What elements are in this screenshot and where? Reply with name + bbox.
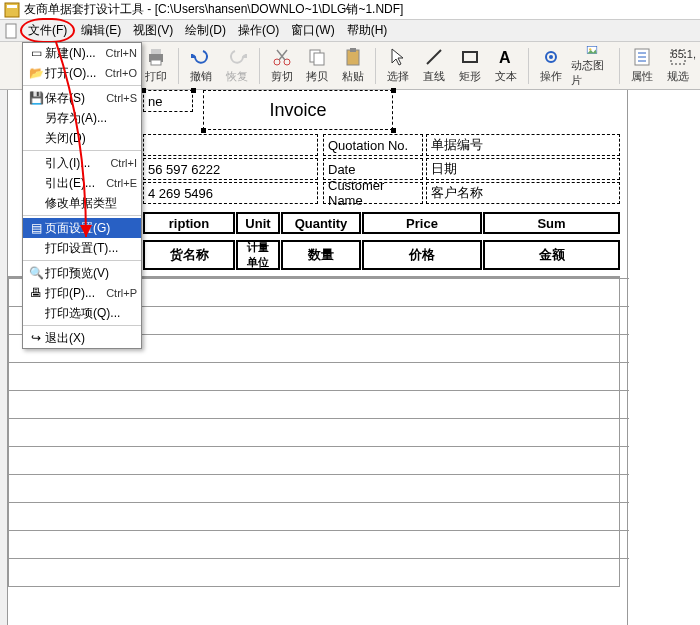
menu-item-label: 关闭(D) (45, 130, 137, 147)
table-row[interactable] (9, 418, 629, 446)
menu-item-shortcut: Ctrl+S (106, 92, 137, 104)
table-row[interactable] (9, 362, 629, 390)
action-button[interactable]: 操作 (535, 44, 567, 88)
cursor-icon (388, 47, 408, 67)
menu-item[interactable]: 修改单据类型 (23, 193, 141, 213)
scissors-icon (272, 47, 292, 67)
menu-item-label: 打印预览(V) (45, 265, 137, 282)
new-icon: ▭ (27, 46, 45, 60)
customer-zh[interactable]: 客户名称 (426, 182, 620, 204)
menu-item-label: 退出(X) (45, 330, 137, 347)
coord-status: 65.1, (672, 48, 696, 60)
menu-help[interactable]: 帮助(H) (341, 20, 394, 41)
menu-item[interactable]: ▭新建(N)...Ctrl+N (23, 43, 141, 63)
company-name-field[interactable]: ne (143, 90, 193, 112)
menu-item-label: 页面设置(G) (45, 220, 137, 237)
cut-button[interactable]: 剪切 (266, 44, 298, 88)
menu-item[interactable]: 打印选项(Q)... (23, 303, 141, 323)
divider (528, 48, 529, 84)
dynimg-button[interactable]: 动态图片 (571, 44, 614, 88)
table-row[interactable] (9, 502, 629, 530)
svg-rect-11 (350, 48, 356, 52)
table-row[interactable] (9, 390, 629, 418)
quotation-no-zh[interactable]: 单据编号 (426, 134, 620, 156)
col-qty-en[interactable]: Quantity (281, 212, 361, 234)
svg-rect-4 (151, 49, 161, 54)
menu-item-label: 引入(I)... (45, 155, 110, 172)
col-unit-en[interactable]: Unit (236, 212, 280, 234)
phone2-field[interactable]: 4 269 5496 (143, 182, 318, 204)
menu-edit[interactable]: 编辑(E) (75, 20, 127, 41)
open-icon: 📂 (27, 66, 45, 80)
menu-item[interactable]: 🔍打印预览(V) (23, 263, 141, 283)
print-button[interactable]: 打印 (140, 44, 172, 88)
menu-draw[interactable]: 绘制(D) (179, 20, 232, 41)
save-icon: 💾 (27, 91, 45, 105)
menu-action[interactable]: 操作(O) (232, 20, 285, 41)
gear-icon (541, 47, 561, 67)
menu-item[interactable]: 🖶打印(P)...Ctrl+P (23, 283, 141, 303)
menu-item[interactable]: 💾保存(S)Ctrl+S (23, 88, 141, 108)
menu-item-label: 新建(N)... (45, 45, 106, 62)
date-zh[interactable]: 日期 (426, 158, 620, 180)
table-row[interactable] (9, 474, 629, 502)
menu-item[interactable]: 引出(E)...Ctrl+E (23, 173, 141, 193)
menu-view[interactable]: 视图(V) (127, 20, 179, 41)
menu-item-shortcut: Ctrl+I (110, 157, 137, 169)
menu-item[interactable]: 打印设置(T)... (23, 238, 141, 258)
rect-button[interactable]: 矩形 (454, 44, 486, 88)
col-sum-zh[interactable]: 金额 (483, 240, 620, 270)
quotation-no-label[interactable]: Quotation No. (323, 134, 423, 156)
menu-bar[interactable]: 文件(F) 编辑(E) 视图(V) 绘制(D) 操作(O) 窗口(W) 帮助(H… (0, 20, 700, 42)
menu-window[interactable]: 窗口(W) (285, 20, 340, 41)
menu-item[interactable]: 关闭(D) (23, 128, 141, 148)
menu-file[interactable]: 文件(F) (20, 18, 75, 43)
menu-item[interactable]: 引入(I)...Ctrl+I (23, 153, 141, 173)
customer-label[interactable]: Customer Name (323, 182, 423, 204)
image-icon (582, 44, 602, 56)
table-row[interactable] (9, 446, 629, 474)
undo-button[interactable]: 撤销 (185, 44, 217, 88)
menu-item-shortcut: Ctrl+P (106, 287, 137, 299)
preview-icon: 🔍 (27, 266, 45, 280)
phone1-field[interactable]: 56 597 6222 (143, 158, 318, 180)
select-button[interactable]: 选择 (382, 44, 414, 88)
svg-rect-10 (347, 50, 359, 65)
svg-rect-5 (151, 60, 161, 65)
print-icon: 🖶 (27, 286, 45, 300)
menu-item[interactable]: ▤页面设置(G) (23, 218, 141, 238)
line-button[interactable]: 直线 (418, 44, 450, 88)
doc-icon (4, 23, 20, 39)
svg-point-18 (589, 48, 591, 50)
blank-field[interactable] (143, 134, 318, 156)
copy-icon (307, 47, 327, 67)
menu-item-shortcut: Ctrl+N (106, 47, 137, 59)
col-qty-zh[interactable]: 数量 (281, 240, 361, 270)
col-desc-zh[interactable]: 货名称 (143, 240, 235, 270)
menu-item-label: 打印选项(Q)... (45, 305, 137, 322)
undo-icon (191, 47, 211, 67)
col-desc-en[interactable]: ription (143, 212, 235, 234)
menu-item-label: 打开(O)... (45, 65, 105, 82)
invoice-title[interactable]: Invoice (203, 90, 393, 130)
col-unit-zh[interactable]: 计量单位 (236, 240, 280, 270)
menu-item[interactable]: 另存为(A)... (23, 108, 141, 128)
menu-item[interactable]: ↪退出(X) (23, 328, 141, 348)
col-sum-en[interactable]: Sum (483, 212, 620, 234)
rect-icon (460, 47, 480, 67)
table-row[interactable] (9, 558, 629, 586)
col-price-zh[interactable]: 价格 (362, 240, 482, 270)
menu-item[interactable]: 📂打开(O)...Ctrl+O (23, 63, 141, 83)
date-label[interactable]: Date (323, 158, 423, 180)
copy-button[interactable]: 拷贝 (301, 44, 333, 88)
paste-button[interactable]: 粘贴 (337, 44, 369, 88)
paste-icon (343, 47, 363, 67)
title-bar: 友商单据套打设计工具 - [C:\Users\hansen\DOWNLO~1\D… (0, 0, 700, 20)
properties-icon (632, 47, 652, 67)
attr-button[interactable]: 属性 (626, 44, 658, 88)
col-price-en[interactable]: Price (362, 212, 482, 234)
text-button[interactable]: A文本 (490, 44, 522, 88)
table-row[interactable] (9, 530, 629, 558)
window-title: 友商单据套打设计工具 - [C:\Users\hansen\DOWNLO~1\D… (24, 1, 403, 18)
svg-line-12 (427, 50, 441, 64)
